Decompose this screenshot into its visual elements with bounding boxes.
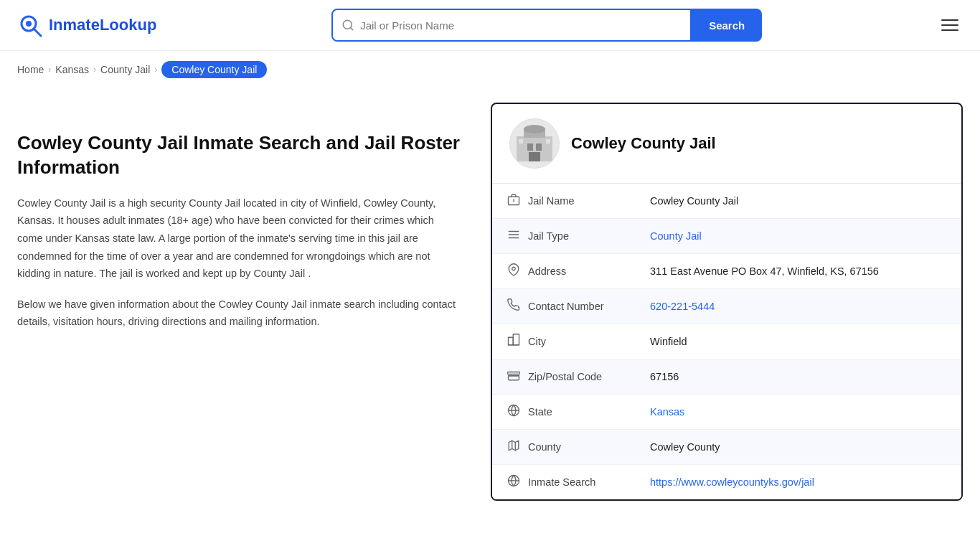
row-label: Jail Type [528, 230, 569, 242]
facility-avatar [509, 118, 560, 169]
table-row: CityWinfield [492, 324, 961, 359]
type-icon [507, 228, 521, 244]
chevron-icon: › [48, 65, 51, 75]
table-row: Jail NameCowley County Jail [492, 184, 961, 219]
city-icon [507, 334, 521, 349]
svg-rect-22 [509, 376, 519, 380]
hamburger-line1 [941, 19, 958, 21]
svg-rect-20 [513, 334, 519, 345]
svg-rect-12 [546, 139, 550, 143]
page-description-1: Cowley County Jail is a high security Co… [17, 194, 462, 283]
table-row: Address311 East Avenue PO Box 47, Winfie… [492, 254, 961, 289]
facility-image [513, 122, 556, 165]
site-header: InmateLookup Search [0, 0, 980, 51]
row-value: Cowley County [636, 430, 961, 465]
web-icon [507, 474, 521, 490]
address-icon [507, 263, 521, 279]
menu-button[interactable] [937, 15, 963, 35]
row-label: State [528, 406, 552, 418]
logo-link[interactable]: InmateLookup [17, 12, 156, 38]
search-area: Search [331, 9, 762, 42]
table-row: StateKansas [492, 395, 961, 430]
row-label: Jail Name [528, 195, 574, 207]
row-value[interactable]: 620-221-5444 [636, 289, 961, 324]
breadcrumb-home[interactable]: Home [17, 64, 44, 75]
logo-text: InmateLookup [49, 16, 156, 34]
jail-icon [507, 193, 521, 209]
search-button[interactable]: Search [692, 9, 762, 42]
left-column: Cowley County Jail Inmate Search and Jai… [17, 103, 491, 517]
row-value[interactable]: County Jail [636, 219, 961, 254]
row-label: Address [528, 265, 566, 277]
table-row: Inmate Searchhttps://www.cowleycountyks.… [492, 465, 961, 500]
svg-rect-11 [519, 139, 523, 143]
row-value-link[interactable]: Kansas [650, 406, 684, 418]
svg-rect-8 [527, 143, 533, 151]
svg-point-18 [512, 267, 516, 270]
chevron-icon: › [154, 65, 157, 75]
svg-rect-19 [509, 337, 514, 345]
row-label: Inmate Search [528, 476, 595, 488]
facility-panel: Cowley County Jail Jail NameCowley Count… [491, 103, 963, 501]
row-value: 311 East Avenue PO Box 47, Winfield, KS,… [636, 254, 961, 289]
row-value: Winfield [636, 324, 961, 359]
svg-point-2 [26, 21, 32, 27]
row-label: County [528, 441, 561, 453]
svg-rect-9 [536, 143, 542, 151]
chevron-icon: › [93, 65, 96, 75]
table-row: Contact Number620-221-5444 [492, 289, 961, 324]
logo-icon [17, 12, 43, 38]
row-value-link[interactable]: 620-221-5444 [650, 301, 715, 312]
hamburger-line2 [941, 24, 958, 26]
row-value: 67156 [636, 359, 961, 395]
facility-name: Cowley County Jail [571, 134, 716, 153]
breadcrumb: Home › Kansas › County Jail › Cowley Cou… [0, 51, 980, 88]
search-input[interactable] [360, 19, 682, 32]
panel-header: Cowley County Jail [492, 104, 961, 184]
row-value-link[interactable]: https://www.cowleycountyks.gov/jail [650, 476, 814, 488]
row-value-link[interactable]: County Jail [650, 230, 702, 242]
page-title: Cowley County Jail Inmate Search and Jai… [17, 131, 462, 180]
search-input-wrapper [331, 9, 692, 42]
row-value[interactable]: Kansas [636, 395, 961, 430]
hamburger-line3 [941, 29, 958, 31]
row-label: Contact Number [528, 301, 604, 312]
zip-icon [507, 369, 521, 385]
state-icon [507, 404, 521, 420]
svg-marker-25 [509, 441, 519, 451]
table-row: Zip/Postal Code67156 [492, 359, 961, 395]
search-icon [341, 19, 354, 32]
row-label: Zip/Postal Code [528, 371, 602, 382]
svg-rect-10 [529, 152, 540, 161]
phone-icon [507, 298, 521, 314]
svg-line-4 [351, 27, 353, 29]
breadcrumb-county-jail[interactable]: County Jail [100, 64, 150, 75]
row-value[interactable]: https://www.cowleycountyks.gov/jail [636, 465, 961, 500]
main-content: Cowley County Jail Inmate Search and Jai… [0, 88, 980, 546]
svg-point-7 [524, 125, 545, 133]
table-row: CountyCowley County [492, 430, 961, 465]
svg-line-1 [34, 29, 41, 36]
county-icon [507, 439, 521, 455]
breadcrumb-current: Cowley County Jail [161, 61, 267, 78]
row-label: City [528, 336, 546, 347]
breadcrumb-kansas[interactable]: Kansas [55, 64, 89, 75]
row-value: Cowley County Jail [636, 184, 961, 219]
page-description-2: Below we have given information about th… [17, 296, 462, 331]
table-row: Jail TypeCounty Jail [492, 219, 961, 254]
info-table: Jail NameCowley County JailJail TypeCoun… [492, 184, 961, 499]
